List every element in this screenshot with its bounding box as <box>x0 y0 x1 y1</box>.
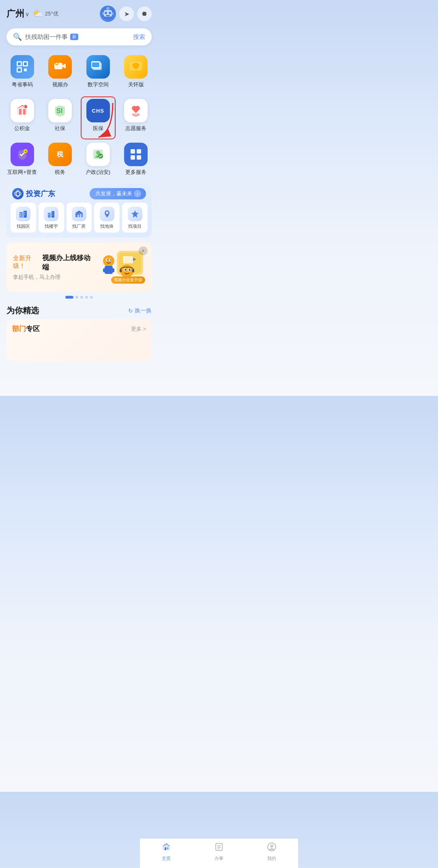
service-grid-row2: ! 公积金 SI 社保 CHS 医保 <box>0 95 158 137</box>
svg-rect-48 <box>48 213 51 218</box>
service-item-care[interactable]: 关怀版 <box>117 51 155 93</box>
dept-content <box>6 337 152 361</box>
invest-banner[interactable]: 共发展，赢未来 › <box>90 188 146 199</box>
dept-more-button[interactable]: 更多 > <box>131 325 146 333</box>
invest-item-yuanqu[interactable]: 找园区 <box>11 203 36 233</box>
video-label: 视频办 <box>52 81 68 88</box>
yueshima-label: 粤省事码 <box>12 81 33 88</box>
svg-rect-22 <box>19 109 21 115</box>
service-item-video[interactable]: 视频办 <box>41 51 79 93</box>
svg-rect-7 <box>112 12 114 15</box>
dept-section: 部门专区 更多 > <box>6 319 152 361</box>
invest-item-xiangmu[interactable]: 找项目 <box>122 203 148 233</box>
invest-banner-text: 共发展，赢未来 <box>95 190 132 197</box>
service-item-digital[interactable]: 数字空间 <box>79 51 117 93</box>
svg-rect-54 <box>80 214 82 217</box>
dot-5 <box>90 296 93 299</box>
gongjijin-icon: ! <box>11 99 34 122</box>
dot-2 <box>75 296 78 299</box>
search-hint: 扶残助困一件事 新 <box>25 33 133 41</box>
avatar-button[interactable] <box>100 6 116 22</box>
svg-rect-42 <box>19 212 23 218</box>
invest-item-louyu[interactable]: 找楼宇 <box>39 203 64 233</box>
svg-rect-49 <box>52 211 54 218</box>
promo-highlight-text: 全新升级！ <box>13 254 41 270</box>
svg-text:★: ★ <box>24 150 27 153</box>
promo-sub-text: 拿起手机，马上办理 <box>13 274 92 281</box>
svg-rect-6 <box>102 12 104 15</box>
service-grid-row3: ★ 互联网+督查 税 税务 户政(治安) <box>0 139 158 181</box>
city-name: 广州 <box>6 8 24 20</box>
yueshima-icon <box>11 55 34 79</box>
foryou-section-header: 为你精选 ↻ 换一换 <box>0 301 158 319</box>
svg-rect-37 <box>137 149 141 154</box>
promo-title: 全新升级！ 视频办上线移动端 <box>13 253 92 272</box>
svg-rect-46 <box>24 212 25 213</box>
service-item-yueshima[interactable]: 粤省事码 <box>3 51 41 93</box>
svg-point-40 <box>15 192 21 196</box>
dot-3 <box>80 296 83 299</box>
header: 广州 ∨ ⛅ 25°优 <box>0 0 158 26</box>
service-grid-row1: 粤省事码 视频办 <box>0 51 158 93</box>
gongjijin-label: 公积金 <box>14 125 30 132</box>
record-icon: ⏺ <box>141 10 148 17</box>
svg-rect-38 <box>131 155 135 160</box>
invest-arrow-icon: › <box>134 190 141 197</box>
invest-logo-text: 投资广东 <box>26 189 55 199</box>
dept-title-orange: 部门 <box>12 325 26 333</box>
search-button[interactable]: 搜索 <box>133 33 145 41</box>
weather-text: 25°优 <box>45 10 58 17</box>
invest-header: 投资广东 共发展，赢未来 › <box>6 184 152 203</box>
svg-text:SI: SI <box>56 107 62 114</box>
yuanqu-label: 找园区 <box>17 223 30 229</box>
care-icon <box>124 55 148 79</box>
service-item-yibao[interactable]: CHS 医保 <box>79 95 117 137</box>
shebao-label: 社保 <box>55 125 65 132</box>
svg-rect-72 <box>120 269 122 272</box>
service-item-internet[interactable]: ★ 互联网+督查 <box>3 139 41 181</box>
service-item-huzheng[interactable]: 户政(治安) <box>79 139 117 181</box>
svg-rect-52 <box>52 214 53 215</box>
promo-close-button[interactable]: × <box>139 246 148 255</box>
location-button[interactable]: ➤ <box>119 6 134 21</box>
internet-label: 互联网+督查 <box>7 169 37 176</box>
svg-rect-11 <box>24 68 27 71</box>
svg-rect-58 <box>123 256 133 263</box>
tax-label: 税务 <box>55 169 65 176</box>
service-item-zhiyuan[interactable]: 志愿服务 <box>117 95 155 137</box>
avatar-icon <box>101 6 115 22</box>
svg-rect-39 <box>137 155 141 160</box>
service-item-more[interactable]: 更多服务 <box>117 139 155 181</box>
search-bar[interactable]: 🔍 扶残助困一件事 新 搜索 <box>6 28 152 45</box>
search-icon: 🔍 <box>13 32 22 41</box>
invest-logo-icon <box>12 188 24 199</box>
service-item-shebao[interactable]: SI 社保 <box>41 95 79 137</box>
service-item-tax[interactable]: 税 税务 <box>41 139 79 181</box>
svg-point-61 <box>107 259 108 261</box>
zhiyuan-label: 志愿服务 <box>125 125 146 132</box>
service-item-gongjijin[interactable]: ! 公积金 <box>3 95 41 137</box>
dept-title: 部门专区 <box>12 324 40 334</box>
svg-rect-13 <box>24 62 27 65</box>
yibao-icon: CHS <box>86 99 110 122</box>
city-dropdown-icon: ∨ <box>25 11 29 17</box>
invest-logo: 投资广东 <box>12 188 55 199</box>
foryou-refresh-button[interactable]: ↻ 换一换 <box>128 307 152 314</box>
promo-badge: 视频办全新升级 <box>111 276 145 284</box>
invest-item-dikuai[interactable]: 找地块 <box>94 203 120 233</box>
invest-sub-grid: 找园区 找楼宇 <box>6 203 152 237</box>
more-icon <box>124 143 148 166</box>
city-selector[interactable]: 广州 ∨ ⛅ 25°优 <box>6 8 58 20</box>
invest-item-changfang[interactable]: 找厂房 <box>67 203 92 233</box>
louyu-label: 找楼宇 <box>45 223 58 229</box>
digital-label: 数字空间 <box>88 81 109 88</box>
header-right: ➤ ⏺ <box>100 6 152 22</box>
svg-rect-20 <box>92 62 99 67</box>
tax-icon: 税 <box>48 143 72 166</box>
promo-image: 视频办全新升级 <box>92 249 145 285</box>
yuanqu-icon <box>16 207 30 221</box>
location-icon: ➤ <box>124 10 129 18</box>
refresh-icon: ↻ <box>128 308 133 314</box>
record-button[interactable]: ⏺ <box>137 6 152 21</box>
svg-rect-73 <box>132 269 134 272</box>
